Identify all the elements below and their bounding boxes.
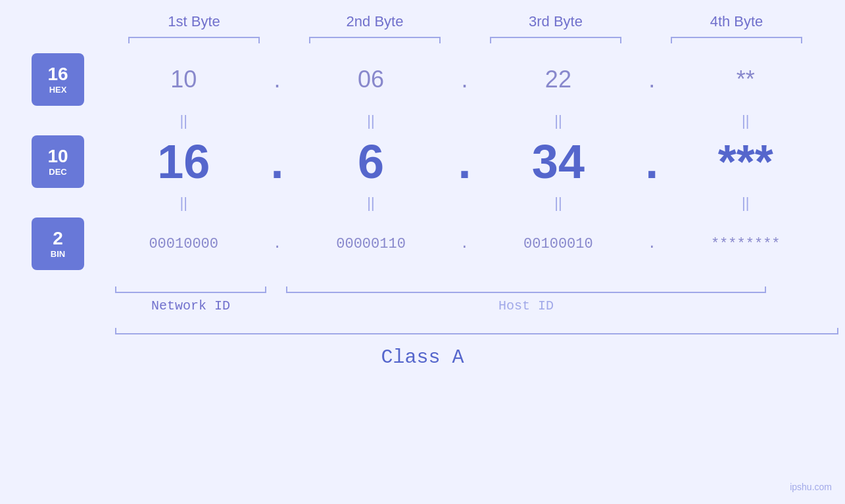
top-bracket-2: [309, 37, 441, 38]
dec-dot-2: .: [454, 138, 474, 185]
byte-labels-row: 1st Byte 2nd Byte 3rd Byte 4th Byte: [104, 13, 827, 30]
eq-values-1: || || || ||: [84, 112, 845, 129]
eq-cell-7: ||: [483, 195, 634, 212]
dec-byte-4: ***: [670, 138, 821, 185]
hex-badge: 16 HEX: [32, 53, 84, 106]
hex-byte-3: 22: [483, 66, 634, 93]
dec-badge-label: DEC: [49, 167, 66, 177]
eq-cell-3: ||: [483, 112, 634, 129]
eq-cell-8: ||: [670, 195, 821, 212]
dec-byte-1: 16: [108, 138, 259, 185]
byte-label-3: 3rd Byte: [477, 13, 635, 30]
top-brackets-row: [104, 37, 827, 38]
network-bracket: [115, 292, 266, 293]
bin-byte-3: 00100010: [483, 236, 634, 252]
hex-values: 10 . 06 . 22 . **: [84, 66, 845, 93]
hex-dot-1: .: [268, 66, 287, 93]
eq-cell-5: ||: [108, 195, 259, 212]
dec-dot-1: .: [268, 138, 287, 185]
bin-byte-2: 00000110: [295, 236, 447, 252]
dec-row: 10 DEC 16 . 6 . 34 . ***: [0, 132, 845, 191]
hex-byte-2: 06: [295, 66, 447, 93]
eq-cell-6: ||: [295, 195, 447, 212]
hex-dot-2: .: [454, 66, 474, 93]
top-bracket-3: [490, 37, 621, 38]
hex-badge-number: 16: [47, 64, 68, 85]
eq-cell-2: ||: [295, 112, 447, 129]
outer-bracket-row: [115, 321, 838, 334]
outer-bracket: [115, 333, 838, 334]
bin-dot-3: .: [642, 236, 662, 252]
eq-cell-1: ||: [108, 112, 259, 129]
bin-badge-number: 2: [53, 229, 63, 249]
byte-label-2: 2nd Byte: [296, 13, 454, 30]
eq-values-2: || || || ||: [84, 195, 845, 212]
host-bracket: [286, 292, 766, 293]
hex-row: 16 HEX 10 . 06 . 22 . **: [0, 50, 845, 109]
dec-badge: 10 DEC: [32, 135, 84, 188]
equals-row-2: || || || ||: [0, 191, 845, 214]
bin-byte-4: ********: [670, 236, 821, 252]
bin-badge: 2 BIN: [32, 218, 84, 270]
byte-label-4: 4th Byte: [658, 13, 815, 30]
bin-badge-label: BIN: [51, 249, 65, 260]
dec-badge-number: 10: [47, 147, 68, 167]
bin-row: 2 BIN 00010000 . 00000110 . 00100010 . *…: [0, 214, 845, 273]
dec-dot-3: .: [642, 138, 662, 185]
hex-dot-3: .: [642, 66, 662, 93]
bin-values: 00010000 . 00000110 . 00100010 . *******…: [84, 236, 845, 252]
byte-label-1: 1st Byte: [115, 13, 273, 30]
bottom-section: Network ID Host ID Class A: [0, 280, 845, 369]
network-id-label: Network ID: [115, 298, 266, 313]
class-label: Class A: [0, 346, 845, 369]
host-id-label: Host ID: [286, 298, 766, 313]
bin-byte-1: 00010000: [108, 236, 259, 252]
dec-byte-3: 34: [483, 138, 634, 185]
hex-byte-4: **: [670, 66, 821, 93]
eq-cell-4: ||: [670, 112, 821, 129]
equals-row-1: || || || ||: [0, 109, 845, 132]
bin-dot-1: .: [268, 236, 287, 252]
watermark: ipshu.com: [790, 482, 832, 492]
dec-values: 16 . 6 . 34 . ***: [84, 138, 845, 185]
main-container: 1st Byte 2nd Byte 3rd Byte 4th Byte 16 H…: [0, 0, 845, 504]
hex-badge-label: HEX: [49, 85, 67, 95]
dec-byte-2: 6: [295, 138, 447, 185]
id-labels-row: Network ID Host ID: [115, 298, 838, 313]
bin-dot-2: .: [454, 236, 474, 252]
top-bracket-4: [671, 37, 802, 38]
id-brackets: [115, 280, 838, 293]
hex-byte-1: 10: [108, 66, 259, 93]
top-bracket-1: [128, 37, 260, 38]
